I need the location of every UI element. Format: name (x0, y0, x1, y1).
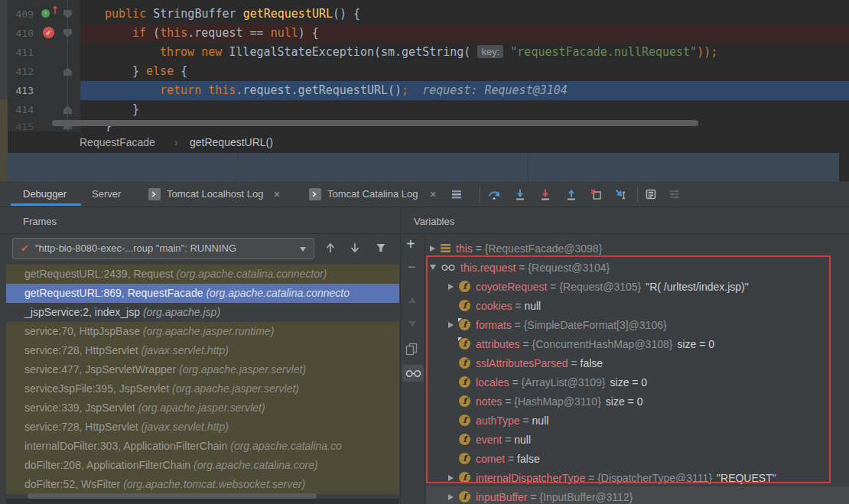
variable-name: sslAttributesParsed (476, 357, 568, 369)
close-tab-icon[interactable]: × (430, 183, 436, 206)
expand-arrow-icon[interactable] (448, 284, 454, 290)
code-line-409: public StringBuffer getRequestURL() { (105, 5, 360, 24)
tab-server[interactable]: Server (92, 183, 121, 206)
breadcrumb: RequestFacade › getRequestURL() (8, 132, 849, 153)
left-edge-strip-olive (0, 99, 8, 181)
stack-frame-row[interactable]: _jspService:2, index_jsp (org.apache.jsp… (6, 303, 399, 322)
variable-row-authType[interactable]: authType = null (426, 411, 849, 430)
band-divider (528, 153, 529, 181)
override-arrow-icon: ↑ (50, 4, 60, 16)
frame-location: getRequestURL:2439, Request (24, 268, 176, 280)
breadcrumb-separator-icon: › (174, 132, 178, 153)
variable-row-locales[interactable]: locales = {ArrayList@3109}size = 0 (426, 372, 849, 392)
breadcrumb-class[interactable]: RequestFacade (80, 132, 155, 153)
expand-arrow-icon[interactable] (448, 475, 454, 481)
variable-name: this (456, 242, 473, 255)
stack-frame-row[interactable]: service:477, JspServletWrapper (org.apac… (6, 360, 399, 379)
move-watch-up-icon[interactable] (408, 298, 416, 303)
frames-horizontal-scrollbar[interactable] (28, 493, 317, 499)
collapse-arrow-icon[interactable] (430, 265, 436, 270)
expand-arrow-icon[interactable] (448, 494, 454, 500)
variable-row-inputBuffer[interactable]: inputBuffer = {InputBuffer@3112} (426, 487, 849, 504)
line-number: 409 (8, 5, 34, 24)
duplicate-watch-icon[interactable] (405, 343, 418, 359)
frame-package: (org.apache.jsp) (143, 306, 220, 318)
stack-frame-row[interactable]: doFilter:208, ApplicationFilterChain (or… (6, 456, 399, 475)
variable-value: null (524, 300, 541, 312)
variable-value: null (514, 434, 531, 446)
force-step-into-icon[interactable] (539, 188, 551, 200)
variable-value: {Request@3104} (528, 262, 610, 274)
breadcrumb-method[interactable]: getRequestURL() (190, 132, 273, 153)
variable-row-this[interactable]: this = {RequestFacade@3098} (426, 239, 849, 258)
variable-size: size = 0 (606, 395, 643, 408)
stack-frame-row[interactable]: getRequestURL:2439, Request (org.apache.… (6, 265, 399, 284)
expand-arrow-icon[interactable] (448, 322, 454, 328)
stack-frame-row[interactable]: service:70, HttpJspBase (org.apache.jasp… (6, 322, 399, 341)
stack-frame-row[interactable]: serviceJspFile:395, JspServlet (org.apac… (6, 379, 399, 398)
editor-horizontal-scrollbar[interactable] (52, 120, 698, 126)
band-divider (237, 153, 238, 181)
show-watches-toggle[interactable] (402, 365, 424, 382)
variable-row-cookies[interactable]: cookies = null (426, 296, 849, 315)
code-token: return (160, 83, 208, 97)
stack-frame-row[interactable]: service:728, HttpServlet (javax.servlet.… (6, 418, 399, 437)
stack-frame-row[interactable]: service:728, HttpServlet (javax.servlet.… (6, 341, 399, 360)
equals: = (547, 281, 559, 293)
variable-row-sslAttributesParsed[interactable]: sslAttributesParsed = false (426, 353, 849, 372)
tab-tomcat-catalina-log[interactable]: Tomcat Catalina Log (327, 183, 418, 206)
variable-value: {ConcurrentHashMap@3108} (532, 338, 673, 350)
breakpoint-icon[interactable]: ✓ (43, 27, 54, 38)
previous-frame-icon[interactable] (324, 242, 337, 254)
line-number: 410 (8, 24, 34, 43)
stack-frame-row[interactable]: internalDoFilter:303, ApplicationFilterC… (6, 437, 399, 456)
variable-row-internalDispatcherType[interactable]: internalDispatcherType = {DispatcherType… (426, 468, 849, 487)
overrides-method-icon[interactable]: ↑ (41, 9, 50, 18)
code-line-413: return this.request.getRequestURL(); req… (160, 81, 568, 100)
variable-row-comet[interactable]: comet = false (426, 449, 849, 468)
menu-icon[interactable] (451, 188, 463, 200)
frame-location: internalDoFilter:303, ApplicationFilterC… (24, 440, 230, 452)
add-watch-icon[interactable]: + (406, 236, 415, 253)
code-token: StringBuffer (153, 7, 242, 21)
code-token: throw new (160, 45, 229, 59)
drop-frame-icon[interactable] (590, 188, 602, 200)
expand-arrow-icon[interactable] (430, 245, 435, 252)
local-value-icon (441, 242, 451, 255)
variable-row-this-request[interactable]: this.request = {Request@3104} (426, 258, 849, 277)
step-into-icon[interactable] (514, 188, 526, 200)
stack-frame-row-selected[interactable]: getRequestURL:869, RequestFacade (org.ap… (6, 284, 399, 303)
thread-selector-dropdown[interactable]: ✔ "http-bio-8080-exec-...roup "main": RU… (12, 238, 314, 259)
equals: = (520, 338, 532, 350)
run-to-cursor-icon[interactable] (614, 188, 626, 200)
band-right-edge (839, 153, 849, 181)
stack-frame-row[interactable]: doFilter:52, WsFilter (org.apache.tomcat… (6, 475, 399, 494)
variable-row-attributes[interactable]: attributes = {ConcurrentHashMap@3108}siz… (426, 334, 849, 353)
variable-row-notes[interactable]: notes = {HashMap@3110}size = 0 (426, 392, 849, 411)
stack-frame-row[interactable]: service:339, JspServlet (org.apache.jasp… (6, 398, 399, 418)
variable-row-formats[interactable]: formats = {SimpleDateFormat[3]@3106} (426, 315, 849, 334)
console-icon (309, 188, 321, 200)
variable-row-coyoteRequest[interactable]: coyoteRequest = {Request@3105}"R( /urlte… (426, 277, 849, 296)
step-out-icon[interactable] (565, 188, 577, 200)
move-watch-down-icon[interactable] (408, 321, 416, 327)
tab-tomcat-localhost-log[interactable]: Tomcat Localhost Log (167, 183, 263, 206)
code-token: if (132, 26, 153, 40)
frame-package: (javax.servlet.http) (142, 421, 229, 433)
equals: = (509, 376, 522, 389)
tab-debugger[interactable]: Debugger (23, 183, 67, 206)
layout-settings-icon[interactable] (668, 188, 681, 200)
code-token: IllegalStateException(sm.getString( (229, 45, 477, 59)
variable-value: {ArrayList@3109} (522, 376, 606, 389)
line-number: 412 (8, 62, 34, 81)
remove-watch-icon[interactable]: − (408, 259, 416, 275)
variable-row-event[interactable]: event = null (426, 430, 849, 449)
filter-frames-icon[interactable] (375, 242, 387, 254)
line-number-current: 413 (8, 81, 34, 100)
console-icon (148, 188, 161, 200)
close-tab-icon[interactable]: × (274, 183, 280, 206)
variable-name: comet (476, 453, 505, 465)
evaluate-expression-icon[interactable] (645, 188, 657, 200)
step-over-icon[interactable] (488, 188, 500, 200)
next-frame-icon[interactable] (349, 242, 361, 254)
